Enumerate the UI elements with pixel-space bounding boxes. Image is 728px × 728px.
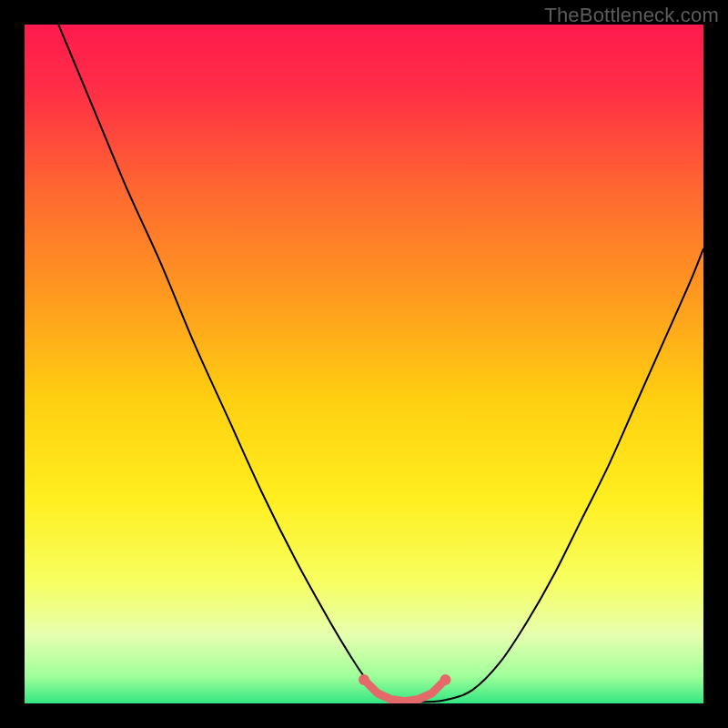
plot-area xyxy=(25,25,703,703)
marker-dot xyxy=(359,674,369,685)
bottleneck-chart xyxy=(25,25,703,703)
gradient-background xyxy=(25,25,703,703)
marker-dot xyxy=(440,674,451,685)
chart-frame: TheBottleneck.com xyxy=(0,0,728,728)
